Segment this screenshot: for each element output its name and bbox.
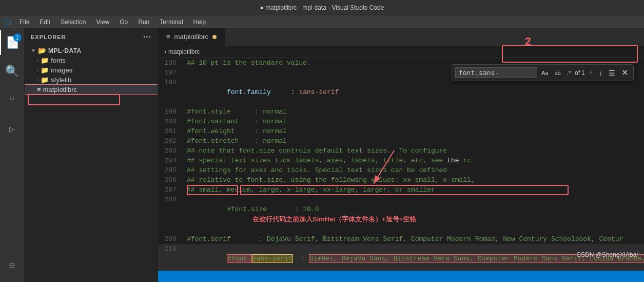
line-content: ## relative to font.size, using the foll… bbox=[185, 175, 644, 185]
breadcrumb-separator: › bbox=[164, 48, 166, 55]
code-line-199: 199 #font.style : normal bbox=[158, 107, 644, 117]
sidebar-item-fonts[interactable]: › 📁 fonts bbox=[25, 55, 158, 65]
find-close-button[interactable]: ✕ bbox=[619, 67, 630, 79]
breadcrumb: › matplotlibrc bbox=[158, 46, 644, 58]
expand-arrow-icon: › bbox=[37, 58, 38, 63]
line-number: 209 bbox=[158, 234, 185, 244]
line-number: 205 bbox=[158, 165, 185, 175]
code-line-205: 205 ## settings for axes and ticks. Spec… bbox=[158, 165, 644, 175]
sidebar: EXPLORER ··· ▼ 📂 MPL-DATA › 📁 fonts › 📁 … bbox=[25, 28, 158, 282]
tab-bar: ≡ matplotlibrc bbox=[158, 28, 644, 46]
sidebar-item-label: stylelib bbox=[51, 76, 71, 84]
find-list-button[interactable]: ☰ bbox=[607, 68, 617, 78]
sidebar-item-images[interactable]: › 📁 images bbox=[25, 65, 158, 75]
line-number: 201 bbox=[158, 126, 185, 136]
notification-badge: 1 bbox=[13, 33, 22, 42]
line-number: 199 bbox=[158, 107, 185, 117]
menu-terminal[interactable]: Terminal bbox=[155, 17, 187, 27]
extensions-activity-icon[interactable]: ⊞ bbox=[0, 253, 25, 278]
line-content: #font.style : normal bbox=[185, 107, 644, 117]
title-bar: ● matplotlibrc - mpl-data - Visual Studi… bbox=[0, 0, 644, 15]
code-line-206: 206 ## relative to font.size, using the … bbox=[158, 175, 644, 185]
search-activity-icon[interactable]: 🔍 bbox=[0, 59, 25, 84]
sidebar-item-stylelib[interactable]: › 📁 stylelib bbox=[25, 75, 158, 85]
play-icon: ▷ bbox=[9, 123, 15, 135]
folder-icon: 📁 bbox=[41, 66, 49, 74]
code-line-209: 209 #font.serif : DejaVu Serif, Bitstrea… bbox=[158, 234, 644, 244]
sidebar-root-mpl-data[interactable]: ▼ 📂 MPL-DATA bbox=[25, 46, 158, 55]
find-next-button[interactable]: ↓ bbox=[597, 68, 604, 78]
line-content: ## special text sizes tick labels, axes,… bbox=[185, 156, 644, 165]
folder-icon: 📁 bbox=[41, 76, 49, 84]
root-label: MPL-DATA bbox=[48, 47, 82, 54]
editor-area: ≡ matplotlibrc › matplotlibrc Aa ab .* o… bbox=[158, 28, 644, 282]
vscode-icon: ⬡ bbox=[4, 17, 11, 27]
collapse-arrow-icon: ▼ bbox=[31, 48, 36, 53]
menu-edit[interactable]: Edit bbox=[35, 17, 54, 27]
line-content: ## note that font.size controls default … bbox=[185, 146, 644, 156]
code-editor[interactable]: 196 ## 10 pt is the standard value. 197 … bbox=[158, 58, 644, 271]
expand-arrow-icon: › bbox=[37, 77, 38, 83]
menu-bar: ⬡ File Edit Selection View Go Run Termin… bbox=[0, 15, 644, 28]
find-input[interactable] bbox=[455, 67, 537, 78]
folder-icon: 📁 bbox=[41, 57, 49, 64]
menu-selection[interactable]: Selection bbox=[56, 17, 90, 27]
code-line-203: 203 ## note that font.size controls defa… bbox=[158, 146, 644, 156]
file-icon: ≡ bbox=[166, 33, 170, 41]
line-content: #font.sans-serif : SimHei, DejaVu Sans, … bbox=[185, 244, 644, 271]
status-bar bbox=[158, 271, 644, 282]
find-prev-button[interactable]: ↑ bbox=[587, 68, 595, 78]
match-case-button[interactable]: Aa bbox=[539, 69, 550, 77]
line-number: 210 bbox=[158, 244, 185, 271]
csdn-label: CSDN @ShengXIAbai bbox=[576, 251, 638, 258]
code-line-202: 202 #font.stretch : normal bbox=[158, 136, 644, 146]
regex-button[interactable]: .* bbox=[565, 69, 573, 77]
sidebar-item-label: fonts bbox=[51, 57, 65, 64]
menu-go[interactable]: Go bbox=[115, 17, 132, 27]
code-line-198: 198 font.family : sans-serif bbox=[158, 78, 644, 107]
line-content: #font.serif : DejaVu Serif, Bitstream Ve… bbox=[185, 234, 644, 244]
code-line-207: 207 ## small, medium, large, x-large, xx… bbox=[158, 185, 644, 195]
tab-label: matplotlibrc bbox=[174, 33, 208, 41]
line-content: #font.weight : normal bbox=[185, 126, 644, 136]
window-title: ● matplotlibrc - mpl-data - Visual Studi… bbox=[260, 4, 384, 11]
menu-run[interactable]: Run bbox=[134, 17, 153, 27]
code-line-208: 208 #font.size : 10.0 在改行代码之前加入SimHei（字体… bbox=[158, 195, 644, 234]
menu-view[interactable]: View bbox=[92, 17, 113, 27]
magnify-icon: 🔍 bbox=[5, 65, 19, 79]
match-word-button[interactable]: ab bbox=[552, 69, 562, 77]
sidebar-item-label: matplotlibrc bbox=[43, 86, 77, 93]
find-widget: Aa ab .* of 1 ↑ ↓ ☰ ✕ bbox=[452, 64, 634, 81]
sidebar-item-matplotlibrc[interactable]: ≡ matplotlibrc bbox=[25, 85, 158, 95]
breadcrumb-file[interactable]: matplotlibrc bbox=[168, 48, 200, 55]
line-number: 208 bbox=[158, 195, 185, 234]
line-number: 200 bbox=[158, 117, 185, 126]
run-activity-icon[interactable]: ▷ bbox=[0, 117, 25, 141]
editor-tab-matplotlibrc[interactable]: ≡ matplotlibrc bbox=[158, 28, 225, 46]
modified-indicator bbox=[212, 35, 217, 39]
main-layout: 📄 1 🔍 ⑂ ▷ ⊞ EXPLORER ··· ▼ 📂 MPL-DATA › bbox=[0, 28, 644, 282]
branch-icon: ⑂ bbox=[9, 95, 15, 105]
grid-icon: ⊞ bbox=[9, 260, 15, 271]
line-number: 203 bbox=[158, 146, 185, 156]
explorer-activity-icon[interactable]: 📄 1 bbox=[0, 30, 25, 55]
find-count: of 1 bbox=[575, 69, 585, 77]
menu-help[interactable]: Help bbox=[189, 17, 210, 27]
explorer-label: EXPLORER bbox=[31, 34, 66, 40]
line-number: 207 bbox=[158, 185, 185, 195]
sidebar-title: EXPLORER ··· bbox=[25, 28, 158, 46]
line-content: #font.size : 10.0 在改行代码之前加入SimHei（字体文件名）… bbox=[185, 195, 644, 234]
menu-file[interactable]: File bbox=[15, 17, 33, 27]
sidebar-item-label: images bbox=[51, 66, 72, 74]
sidebar-more-button[interactable]: ··· bbox=[143, 32, 151, 42]
source-control-activity-icon[interactable]: ⑂ bbox=[0, 88, 25, 112]
line-number: 197 bbox=[158, 68, 185, 78]
line-content: #font.variant : normal bbox=[185, 117, 644, 126]
line-content: font.family : sans-serif bbox=[185, 78, 644, 107]
line-number: 196 bbox=[158, 58, 185, 68]
line-content: ## small, medium, large, x-large, xx-lar… bbox=[185, 185, 644, 195]
file-icon: ≡ bbox=[37, 86, 41, 93]
line-number: 204 bbox=[158, 156, 185, 165]
line-number: 198 bbox=[158, 78, 185, 107]
line-number: 202 bbox=[158, 136, 185, 146]
